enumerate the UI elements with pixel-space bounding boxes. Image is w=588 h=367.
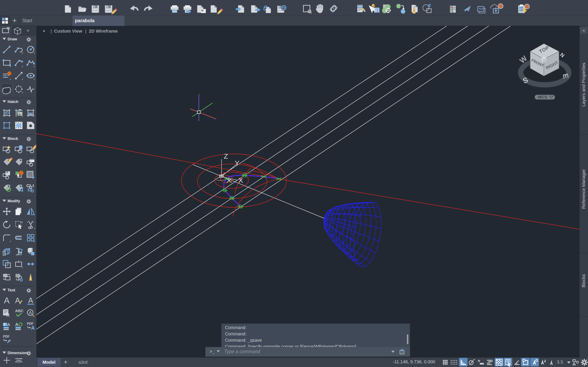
svg-text:Z: Z (224, 152, 228, 160)
svg-text:A: A (15, 322, 18, 327)
svg-text:N: N (559, 52, 566, 59)
svg-text:A: A (15, 296, 20, 305)
svg-text:A: A (29, 310, 32, 315)
svg-text:A: A (28, 296, 33, 305)
svg-text:X: X (238, 176, 243, 184)
svg-text:#: # (428, 2, 431, 8)
svg-text:A: A (6, 313, 9, 318)
svg-text:A: A (31, 325, 35, 331)
svg-text:PDF: PDF (3, 335, 9, 338)
svg-text:WCS: WCS (538, 95, 547, 99)
svg-text:+: + (21, 220, 23, 224)
svg-text:+: + (333, 7, 335, 10)
svg-text:ABC: ABC (15, 309, 24, 313)
svg-text:Y: Y (235, 159, 240, 167)
svg-text:A: A (7, 322, 10, 327)
svg-text:A: A (4, 296, 9, 305)
